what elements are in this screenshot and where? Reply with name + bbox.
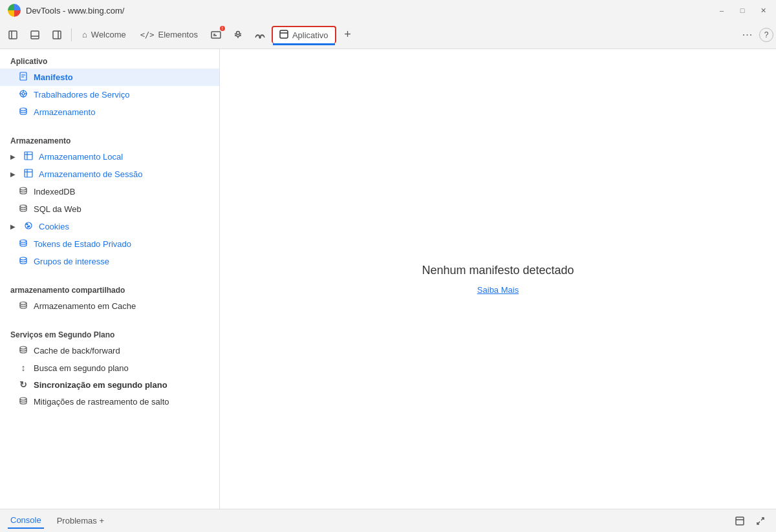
tab-dock-separate[interactable]	[47, 25, 67, 45]
svg-point-34	[20, 187, 27, 190]
section-armazenamento-label: Armazenamento	[0, 129, 219, 148]
main-layout: Aplicativo Manifesto	[0, 49, 776, 509]
armazenamento-sessao-label: Armazenamento de Sessão	[39, 169, 142, 179]
svg-point-43	[20, 346, 27, 349]
back-forward-icon	[18, 345, 28, 356]
sidebar-item-mitigacoes[interactable]: Mitigações de rastreamento de salto	[0, 393, 219, 410]
mitigacoes-icon	[18, 396, 28, 407]
more-options-button[interactable]: ···	[737, 25, 758, 45]
armazenamento-local-label: Armazenamento Local	[39, 152, 123, 162]
busca-label: Busca em segundo plano	[34, 363, 129, 373]
tab-dock-undock[interactable]	[3, 25, 23, 45]
section-aplicativo-label: Aplicativo	[0, 49, 219, 69]
sidebar-item-indexeddb[interactable]: IndexedDB	[0, 183, 219, 200]
svg-point-41	[20, 257, 27, 260]
svg-point-40	[20, 240, 27, 242]
session-storage-icon	[23, 169, 34, 180]
svg-point-27	[20, 108, 27, 111]
svg-rect-28	[25, 152, 32, 160]
manifesto-label: Manifesto	[34, 72, 73, 82]
empty-state-title: Nenhum manifesto detectado	[422, 264, 574, 277]
armazenamento-link-label: Armazenamento	[34, 107, 95, 117]
section-compartilhado-label: armazenamento compartilhado	[0, 278, 219, 297]
sidebar-item-back-forward[interactable]: Cache de back/forward	[0, 342, 219, 359]
app-tab-icon	[279, 30, 288, 41]
sidebar: Aplicativo Manifesto	[0, 49, 220, 509]
bottom-tab-problemas[interactable]: Problemas +	[54, 513, 107, 528]
svg-point-37	[27, 224, 28, 225]
maximize-button[interactable]: □	[737, 5, 748, 16]
separator-1	[71, 28, 72, 41]
svg-point-42	[20, 302, 27, 304]
section-segundo-plano-label: Serviços em Segundo Plano	[0, 323, 219, 342]
tab-dock-bottom[interactable]	[25, 25, 45, 45]
tab-welcome[interactable]: ⌂ Welcome	[76, 27, 133, 42]
sidebar-item-busca[interactable]: ↕ Busca em segundo plano	[0, 359, 219, 376]
window-controls: – □ ✕	[717, 5, 768, 16]
sidebar-item-armazenamento-link[interactable]: Armazenamento	[0, 103, 219, 121]
sidebar-item-sincronizacao[interactable]: ↻ Sincronização em segundo plano	[0, 376, 219, 393]
svg-rect-16	[280, 30, 288, 38]
sidebar-item-armazenamento-sessao[interactable]: ▶ Armazenamento de Sessão	[0, 165, 219, 183]
bottom-tab-console[interactable]: Console	[8, 513, 44, 529]
sidebar-item-sql[interactable]: SQL da Web	[0, 200, 219, 218]
local-storage-icon	[23, 151, 34, 162]
grupos-label: Grupos de interesse	[34, 257, 109, 266]
tokens-icon	[18, 239, 28, 250]
svg-rect-0	[9, 31, 17, 39]
add-tab-button[interactable]: +	[338, 25, 358, 45]
sidebar-item-cookies[interactable]: ▶ Cookies	[0, 218, 219, 235]
bottom-bar: Console Problemas +	[0, 509, 776, 532]
help-button[interactable]: ?	[759, 28, 773, 42]
sidebar-item-cache-storage[interactable]: Armazenamento em Cache	[0, 297, 219, 315]
svg-point-15	[259, 37, 261, 38]
cache-label: Armazenamento em Cache	[34, 301, 136, 311]
storage-icon	[18, 107, 28, 118]
tokens-label: Tokens de Estado Privado	[34, 239, 131, 249]
tab-debug[interactable]	[228, 25, 248, 45]
svg-rect-18	[20, 72, 27, 80]
sincronizacao-label: Sincronização em segundo plano	[34, 380, 167, 390]
tab-console-icon[interactable]: !	[206, 25, 226, 45]
sidebar-item-armazenamento-local[interactable]: ▶ Armazenamento Local	[0, 148, 219, 165]
back-forward-label: Cache de back/forward	[34, 346, 120, 356]
dock-panel-button[interactable]	[732, 513, 748, 529]
elements-icon: </>	[140, 30, 155, 39]
title-bar: DevTools - www.bing.com/ – □ ✕	[0, 0, 776, 21]
close-button[interactable]: ✕	[758, 5, 768, 16]
expand-button[interactable]	[753, 513, 768, 529]
svg-point-44	[20, 398, 27, 400]
title-bar-text: DevTools - www.bing.com/	[26, 6, 711, 16]
cache-icon	[18, 301, 28, 312]
cookies-icon	[23, 221, 34, 232]
indexeddb-icon	[18, 186, 28, 197]
learn-more-link[interactable]: Saiba Mais	[477, 285, 519, 295]
svg-rect-45	[736, 517, 744, 525]
svg-line-10	[235, 34, 236, 34]
arrow-sessao: ▶	[10, 171, 16, 178]
sql-label: SQL da Web	[34, 204, 81, 214]
sidebar-item-grupos[interactable]: Grupos de interesse	[0, 253, 219, 270]
sidebar-item-manifesto[interactable]: Manifesto	[0, 69, 219, 86]
tab-bar: ⌂ Welcome </> Elementos !	[0, 21, 776, 49]
cookies-label: Cookies	[39, 222, 69, 231]
sidebar-item-tokens[interactable]: Tokens de Estado Privado	[0, 235, 219, 253]
svg-line-11	[240, 34, 241, 34]
workers-icon	[18, 89, 28, 100]
busca-icon: ↕	[18, 363, 28, 373]
tab-elementos[interactable]: </> Elementos	[134, 27, 204, 42]
svg-rect-6	[211, 32, 221, 38]
home-icon: ⌂	[82, 30, 87, 39]
tab-network[interactable]	[250, 25, 270, 45]
svg-point-39	[27, 226, 28, 228]
sync-icon: ↻	[18, 379, 28, 390]
app-icon	[8, 4, 21, 17]
svg-point-35	[20, 205, 27, 207]
sidebar-item-trabalhadores[interactable]: Trabalhadores de Serviço	[0, 86, 219, 103]
svg-point-22	[22, 92, 25, 95]
tab-aplicativo[interactable]: Aplicativo	[272, 26, 336, 43]
arrow-local: ▶	[10, 153, 16, 160]
grupos-icon	[18, 256, 28, 267]
bottom-bar-right	[732, 513, 768, 529]
minimize-button[interactable]: –	[717, 5, 727, 16]
